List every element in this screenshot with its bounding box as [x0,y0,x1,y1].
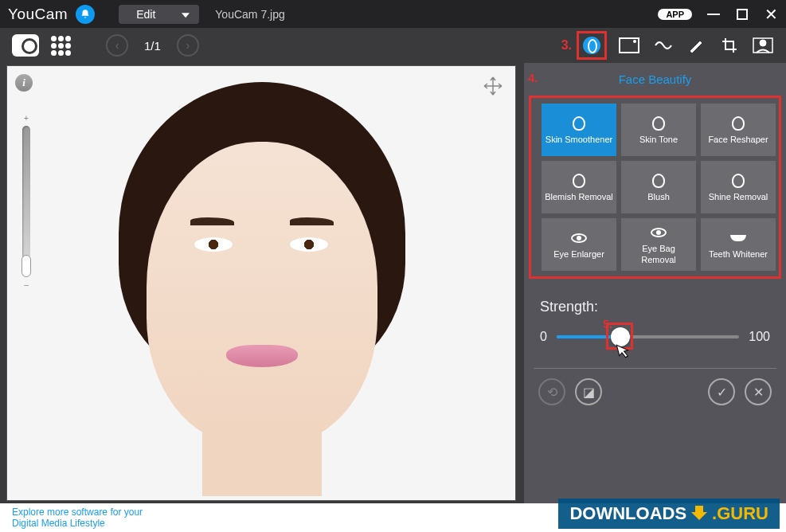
people-tag-tool-button[interactable] [752,37,774,54]
face-beautify-tool-button[interactable] [577,31,607,60]
svg-point-4 [760,40,766,46]
head-icon [729,115,747,132]
tool-skin-smoothener[interactable]: Skin Smoothener [541,103,617,157]
face-icon [583,37,600,54]
footer-line1[interactable]: Explore more software for your [12,507,143,518]
cancel-button[interactable]: ✕ [745,378,772,405]
zoom-handle[interactable] [22,255,31,277]
watermark-right: GURU [717,503,768,523]
grid-icon [51,36,71,56]
tool-label: Blush [647,192,670,202]
tool-blemish-removal[interactable]: Blemish Removal [541,160,617,214]
maximize-button[interactable] [735,7,749,22]
mode-dropdown[interactable]: Edit [119,5,199,24]
zoom-minus-label: – [22,280,31,289]
main-area: i + – 4. Face Beautify Skin SmoothenerSk… [0,63,786,503]
tool-label: Eye Enlarger [553,249,604,260]
tool-label: Eye Bag Removal [624,244,693,264]
head-icon [570,172,588,190]
close-button[interactable]: ✕ [764,7,778,22]
watermark-left: DOWNLOADS [569,503,686,524]
image-canvas[interactable]: i + – [6,65,516,501]
tool-blush[interactable]: Blush [620,160,697,214]
tool-label: Face Reshaper [708,135,768,145]
camera-icon [12,34,39,57]
head-icon [650,172,667,190]
footer-line2[interactable]: Digital Media Lifestyle [12,518,105,529]
watermark: DOWNLOADS .GURU [558,499,780,529]
beautify-tool-grid: Skin SmoothenerSkin ToneFace ReshaperBle… [529,96,781,279]
action-row: ⟲ ◪ ✓ ✕ [524,378,786,412]
slider-max: 100 [749,330,770,344]
eye-icon [650,224,667,241]
strength-label: Strength: [540,299,770,315]
panel-title[interactable]: Face Beautify [524,63,786,96]
head-icon [570,115,588,132]
zoom-slider[interactable]: + – [22,114,31,289]
frame-tool-button[interactable] [618,37,640,54]
strength-section: Strength: 0 5. 100 [524,279,786,352]
crop-tool-button[interactable] [718,37,741,54]
head-icon [650,115,667,132]
strength-slider[interactable]: 0 5. 100 [540,330,770,344]
tool-face-reshaper[interactable]: Face Reshaper [700,103,776,157]
svg-rect-1 [737,10,747,19]
tool-label: Shine Removal [709,192,768,202]
app-badge[interactable]: APP [658,9,692,20]
toolbar: ‹ 1/1 › 3. [0,28,786,63]
brush-tool-button[interactable] [685,37,707,54]
tool-label: Teeth Whitener [709,249,768,260]
zoom-plus-label: + [22,114,31,123]
apply-button[interactable]: ✓ [708,378,735,405]
prev-image-button[interactable]: ‹ [106,34,128,57]
compare-button[interactable]: ◪ [575,378,602,405]
eye-icon [570,229,588,247]
tool-eye-bag-removal[interactable]: Eye Bag Removal [620,217,697,272]
right-panel: 4. Face Beautify Skin SmoothenerSkin Ton… [524,63,786,503]
library-grid-button[interactable] [47,33,74,57]
head-icon [729,172,747,190]
mode-label: Edit [136,8,155,21]
filename-label: YouCam 7.jpg [215,8,284,21]
image-viewer: i + – [0,63,524,503]
minimize-button[interactable] [706,7,721,22]
effects-tool-button[interactable] [651,37,674,54]
pan-handle-icon[interactable] [483,76,503,96]
annotation-4: 4. [528,71,538,84]
download-arrow-icon [691,506,707,522]
tool-teeth-whitener[interactable]: Teeth Whitener [700,217,776,272]
tool-label: Skin Tone [639,135,678,145]
pager-label: 1/1 [144,39,161,53]
tool-skin-tone[interactable]: Skin Tone [620,103,697,157]
tool-eye-enlarger[interactable]: Eye Enlarger [541,217,617,272]
slider-min: 0 [540,330,547,344]
notifications-bell-icon[interactable] [76,5,95,24]
svg-point-3 [633,40,636,43]
tool-label: Blemish Removal [545,192,613,202]
slider-track[interactable]: 5. [557,335,739,338]
tool-shine-removal[interactable]: Shine Removal [700,160,776,214]
app-title: YouCam [8,6,68,23]
info-button[interactable]: i [15,74,33,92]
footer: Explore more software for your Digital M… [0,503,786,532]
reset-button: ⟲ [538,378,565,405]
title-bar: YouCam Edit YouCam 7.jpg APP ✕ [0,0,786,28]
panel-separator [534,368,776,369]
photo-content [87,82,437,488]
capture-button[interactable] [12,33,39,57]
teeth-icon [729,229,747,247]
next-image-button[interactable]: › [177,34,199,57]
annotation-3: 3. [561,38,572,53]
tool-label: Skin Smoothener [546,135,612,145]
